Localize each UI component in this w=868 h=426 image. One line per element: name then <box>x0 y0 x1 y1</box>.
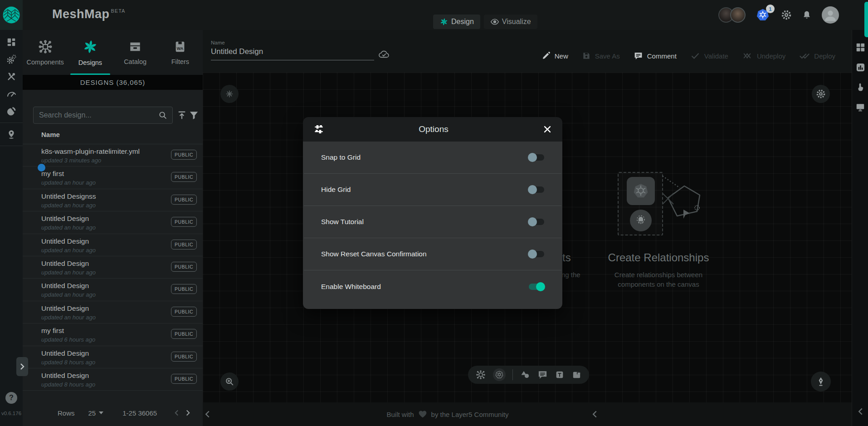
filter-designs-button[interactable] <box>189 110 199 121</box>
shapes-icon <box>520 369 531 380</box>
visibility-badge[interactable]: PUBLIC <box>171 150 197 160</box>
dock-text-button[interactable] <box>555 370 565 380</box>
asterisk-icon <box>225 89 234 98</box>
design-list-item[interactable]: Untitled Designss updated an hour ago PU… <box>23 189 203 211</box>
option-toggle[interactable] <box>529 219 544 225</box>
dock-comment-button[interactable] <box>537 370 548 380</box>
gear-icon <box>816 89 826 99</box>
toggle-knob <box>536 282 545 291</box>
design-list-item[interactable]: Untitled Design updated an hour ago PUBL… <box>23 234 203 256</box>
import-design-button[interactable] <box>177 110 187 121</box>
comment-button[interactable]: Comment <box>634 51 677 61</box>
visibility-badge[interactable]: PUBLIC <box>171 217 197 227</box>
dock-kubernetes-button[interactable] <box>493 368 506 381</box>
tab-components[interactable]: Components <box>23 30 68 75</box>
design-list-item[interactable]: Untitled Design updated an hour ago PUBL… <box>23 256 203 279</box>
dock-media-button[interactable] <box>571 370 582 380</box>
design-list-item[interactable]: Untitled Design updated 8 hours ago PUBL… <box>23 368 203 391</box>
nav-meshmap[interactable] <box>0 126 23 143</box>
tab-components-label: Components <box>27 59 64 66</box>
validate-button[interactable]: Validate <box>690 51 728 61</box>
zoom-fab[interactable] <box>220 372 239 391</box>
option-toggle[interactable] <box>529 251 544 257</box>
deploy-button[interactable]: Deploy <box>799 51 835 61</box>
prev-page-button[interactable] <box>174 409 179 416</box>
visibility-badge[interactable]: PUBLIC <box>171 307 197 317</box>
option-toggle[interactable] <box>529 154 544 161</box>
notifications-button[interactable] <box>802 10 812 20</box>
option-row: Show Tutorial <box>304 206 561 238</box>
option-label: Show Tutorial <box>321 218 364 226</box>
canvas-settings-fab[interactable] <box>812 85 830 103</box>
help-button[interactable]: ? <box>5 392 17 404</box>
side-widget-tab[interactable] <box>864 2 868 37</box>
dock-shapes-button[interactable] <box>520 369 531 380</box>
right-rail-collapse[interactable] <box>852 407 868 416</box>
nav-extensions[interactable] <box>0 103 23 120</box>
designs-pinwheel-icon <box>82 39 98 55</box>
next-page-button[interactable] <box>185 409 190 416</box>
options-list: Snap to Grid Hide Grid Show Tutorial Sho… <box>303 142 562 309</box>
kubernetes-wheel-icon <box>632 182 650 200</box>
tab-designs[interactable]: Designs <box>68 30 112 75</box>
nav-lifecycle[interactable] <box>0 51 23 68</box>
interaction-mode-button[interactable] <box>852 78 868 96</box>
double-check-icon <box>799 51 810 61</box>
search-input[interactable] <box>34 111 158 119</box>
visibility-badge[interactable]: PUBLIC <box>171 352 197 362</box>
new-button[interactable]: New <box>541 51 568 60</box>
tab-design[interactable]: Design <box>433 15 480 29</box>
settings-button[interactable] <box>781 10 792 20</box>
gears-icon <box>6 54 17 65</box>
display-mode-button[interactable] <box>852 98 868 116</box>
tab-catalog[interactable]: Catalog <box>113 30 158 75</box>
dock-divider <box>512 369 513 380</box>
undeploy-button[interactable]: Undeploy <box>742 51 785 61</box>
nav-performance[interactable] <box>0 85 23 103</box>
dock-components-button[interactable] <box>475 369 486 380</box>
footer-collapse-mid[interactable] <box>592 410 598 418</box>
location-pin-icon <box>6 129 16 140</box>
design-list-item[interactable]: Untitled Design updated 8 hours ago PUBL… <box>23 346 203 368</box>
visibility-badge[interactable]: PUBLIC <box>171 262 197 272</box>
nav-configuration[interactable] <box>0 68 23 85</box>
visibility-badge[interactable]: PUBLIC <box>171 329 197 339</box>
sidebar-expand-handle[interactable] <box>16 357 28 376</box>
kubernetes-context[interactable]: 1 <box>756 8 771 22</box>
layer5-logo[interactable] <box>0 0 23 30</box>
metrics-button[interactable] <box>852 58 868 76</box>
design-list-item[interactable]: Untitled Design updated an hour ago PUBL… <box>23 211 203 234</box>
tab-filters[interactable]: WA Filters <box>158 30 203 75</box>
design-name-input[interactable] <box>211 47 374 60</box>
collaborator-avatar-2[interactable] <box>730 7 746 23</box>
rows-per-page-select[interactable]: 25 <box>88 409 104 417</box>
design-list-item[interactable]: my first updated an hour ago PUBLIC <box>23 166 203 189</box>
layout-grid-button[interactable] <box>852 38 868 56</box>
design-list-item[interactable]: Untitled Design updated an hour ago PUBL… <box>23 279 203 301</box>
visibility-badge[interactable]: PUBLIC <box>171 284 197 294</box>
search-row <box>23 103 203 125</box>
user-avatar[interactable] <box>822 6 839 24</box>
nav-dashboard[interactable] <box>0 34 23 51</box>
footer-collapse-left[interactable] <box>205 410 210 418</box>
visibility-badge[interactable]: PUBLIC <box>171 195 197 205</box>
canvas-k8s-fab[interactable] <box>220 85 239 103</box>
whiteboard-pen-fab[interactable] <box>811 372 831 392</box>
close-icon[interactable] <box>542 124 552 134</box>
visibility-badge[interactable]: PUBLIC <box>171 374 197 384</box>
collaborator-presence-avatar[interactable] <box>37 163 46 172</box>
design-topbar: Name New Save As <box>203 30 852 73</box>
visibility-badge[interactable]: PUBLIC <box>171 240 197 250</box>
save-as-button[interactable]: Save As <box>582 51 620 60</box>
option-toggle[interactable] <box>529 284 544 290</box>
design-list-item[interactable]: Untitled Design updated an hour ago PUBL… <box>23 301 203 323</box>
version-label: v0.6.176 <box>0 411 23 416</box>
design-list-item[interactable]: k8s-wasm-plugin-ratelimiter.yml updated … <box>23 144 203 166</box>
mascot-tile <box>630 210 652 231</box>
option-toggle[interactable] <box>529 186 544 193</box>
comment-icon <box>537 370 548 380</box>
visibility-badge[interactable]: PUBLIC <box>171 172 197 182</box>
tools-icon <box>6 72 16 82</box>
tab-visualize[interactable]: Visualize <box>484 15 537 29</box>
design-list-item[interactable]: my first updated 6 hours ago PUBLIC <box>23 323 203 346</box>
